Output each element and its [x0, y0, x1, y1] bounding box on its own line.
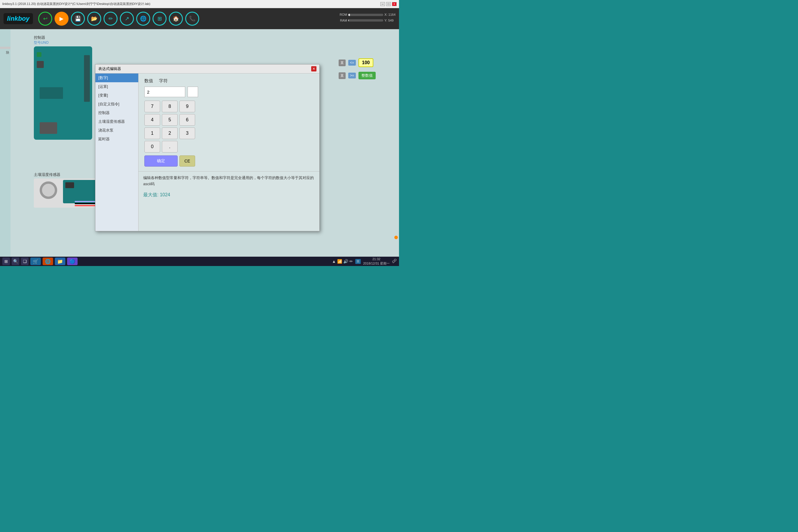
pad-btn-2[interactable]: 2 [162, 128, 178, 139]
category-item-soil[interactable]: 土壤湿度传感器 [95, 117, 138, 126]
pad-btn-9[interactable]: 9 [179, 101, 195, 112]
category-item-var[interactable]: [变量] [95, 91, 138, 100]
tray-volume-icon[interactable]: 🔊 [343, 259, 348, 264]
pad-btn-6[interactable]: 6 [179, 114, 195, 126]
pad-btn-4[interactable]: 4 [145, 114, 160, 126]
controller-board [34, 46, 92, 140]
controller-block: 控制器 型号UNO [34, 35, 92, 140]
taskbar-app-store[interactable]: 🛒 [30, 258, 41, 265]
value-indicator-2: 直 [339, 72, 346, 79]
logo: linkboy [3, 13, 33, 24]
rom-label: ROM [338, 12, 347, 18]
category-item-timer[interactable]: 延时器 [95, 135, 138, 144]
edit-button[interactable]: ✏ [103, 12, 117, 26]
y-coord: Y: 549 [384, 18, 394, 23]
tray-pencil-icon[interactable]: ✏ [349, 259, 353, 264]
pad-btn-1[interactable]: 1 [145, 128, 160, 139]
right-panel: 直 <= 100 直 >= 整数值 [339, 58, 376, 84]
maximize-button[interactable]: □ [386, 2, 391, 6]
sensor-chip [65, 182, 74, 188]
main-canvas: 块 控制器 型号UNO 土壤湿度传感器 [0, 29, 399, 256]
window-controls: ─ □ ✕ [380, 2, 397, 6]
taskbar-app-browser[interactable]: 🌐 [43, 258, 53, 265]
confirm-button[interactable]: 确定 [145, 155, 178, 167]
minimize-button[interactable]: ─ [380, 2, 385, 6]
input-row [145, 87, 314, 97]
export-button[interactable]: ↗ [120, 12, 134, 26]
action-row: 确定 CE [145, 155, 314, 167]
notification-icon[interactable]: 🗪 [392, 259, 397, 264]
tray-up-icon[interactable]: ▲ [332, 259, 336, 264]
save-button[interactable]: 💾 [71, 12, 85, 26]
controller-subtitle: 型号UNO [34, 40, 92, 45]
pad-btn-8[interactable]: 8 [162, 101, 178, 112]
number-input[interactable] [145, 87, 185, 97]
gte-operator: >= [348, 73, 356, 78]
open-button[interactable]: 📂 [87, 12, 101, 26]
rom-progress-bar [348, 14, 383, 16]
coordinates: ROM X: 1164 RAM Y: 549 [338, 12, 396, 23]
condition-row-1: 直 <= 100 [339, 58, 376, 67]
pad-btn-7[interactable]: 7 [145, 101, 160, 112]
taskbar: ⊞ 🔍 ❑ 🛒 🌐 📁 🔵 ▲ 📶 🔊 ✏ 英 21:32 2018/12/31… [0, 256, 399, 266]
windows-button[interactable]: ⊞ [2, 258, 10, 265]
category-item-controller[interactable]: 控制器 [95, 109, 138, 117]
lang-indicator[interactable]: 英 [355, 259, 361, 264]
usb-port [40, 122, 57, 134]
title-bar: linkboy3.1 (2018.11.20) 自动浇花装置的DIY设计*(C:… [0, 0, 399, 8]
pad-btn-3[interactable]: 3 [179, 128, 195, 139]
taskbar-clock[interactable]: 21:32 2018/12/31 星期一 [363, 257, 390, 266]
ram-label: RAM [338, 18, 347, 23]
sensor-circle [40, 182, 57, 199]
value-100-block: 100 [359, 58, 373, 67]
share-button[interactable]: 🌐 [136, 12, 150, 26]
expression-editor-dialog: 表达式编辑器 ✕ [数字] [运算] [变量] [自定义指令] 控制器 土壤湿度… [95, 64, 320, 231]
dialog-close-button[interactable]: ✕ [311, 66, 317, 72]
clock-date: 2018/12/31 星期一 [363, 261, 390, 266]
x-coord: X: 1164 [384, 12, 396, 18]
lte-operator: <= [348, 60, 356, 65]
home-button[interactable]: 🏠 [169, 12, 183, 26]
numpad-panel: 数值 字符 7 8 9 4 [138, 74, 319, 231]
taskbar-right: ▲ 📶 🔊 ✏ 英 21:32 2018/12/31 星期一 🗪 [332, 257, 397, 266]
phone-button[interactable]: 📞 [185, 12, 199, 26]
rom-row: ROM X: 1164 [338, 12, 396, 18]
taskbar-app-linkboy[interactable]: 🔵 [67, 258, 78, 265]
taskbar-app-files[interactable]: 📁 [55, 258, 65, 265]
search-button[interactable]: 🔍 [12, 258, 19, 265]
pad-btn-dot[interactable]: . [162, 141, 178, 153]
sidebar-label: 块 [0, 47, 11, 49]
wire-blue [75, 201, 98, 202]
task-view-button[interactable]: ❑ [21, 258, 28, 265]
run-button[interactable]: ▶ [55, 12, 69, 26]
canvas-area: 控制器 型号UNO 土壤湿度传感器 [11, 29, 399, 256]
numpad-grid: 7 8 9 4 5 6 1 2 3 [145, 101, 314, 139]
pad-btn-5[interactable]: 5 [162, 114, 178, 126]
description-text: 编辑各种数值型常量和字符，字符串等。数值和字符是完全通用的，每个字符的数值大小等… [143, 175, 315, 187]
char-input[interactable] [188, 87, 198, 97]
bottom-row: 0 . [145, 141, 314, 153]
description-area: 编辑各种数值型常量和字符，字符串等。数值和字符是完全通用的，每个字符的数值大小等… [138, 171, 319, 231]
ic-chip [40, 87, 63, 99]
category-item-calc[interactable]: [运算] [95, 82, 138, 91]
category-item-pump[interactable]: 浇花水泵 [95, 126, 138, 135]
rom-progress-fill [348, 14, 350, 16]
max-value-text: 最大值: 1024 [143, 192, 315, 198]
grid-button[interactable]: ⊞ [153, 12, 167, 26]
pin-strip [84, 55, 90, 102]
numpad-area: 数值 字符 7 8 9 4 [138, 74, 319, 171]
value-indicator-1: 直 [339, 59, 346, 66]
integer-block: 整数值 [359, 72, 376, 79]
window-title: linkboy3.1 (2018.11.20) 自动浇花装置的DIY设计*(C:… [2, 2, 150, 6]
ram-progress-bar [348, 19, 383, 22]
pad-btn-0[interactable]: 0 [145, 141, 160, 153]
chip [37, 61, 44, 68]
category-item-digit[interactable]: [数字] [95, 74, 138, 82]
ce-button[interactable]: CE [179, 155, 195, 167]
toolbar: linkboy ↩ ▶ 💾 📂 ✏ ↗ 🌐 ⊞ 🏠 📞 ROM X: 1164 … [0, 8, 399, 29]
back-button[interactable]: ↩ [38, 12, 52, 26]
tray-network-icon[interactable]: 📶 [337, 259, 342, 264]
category-list: [数字] [运算] [变量] [自定义指令] 控制器 土壤湿度传感器 浇花水泵 … [95, 74, 138, 231]
close-button[interactable]: ✕ [392, 2, 397, 6]
category-item-custom[interactable]: [自定义指令] [95, 100, 138, 109]
